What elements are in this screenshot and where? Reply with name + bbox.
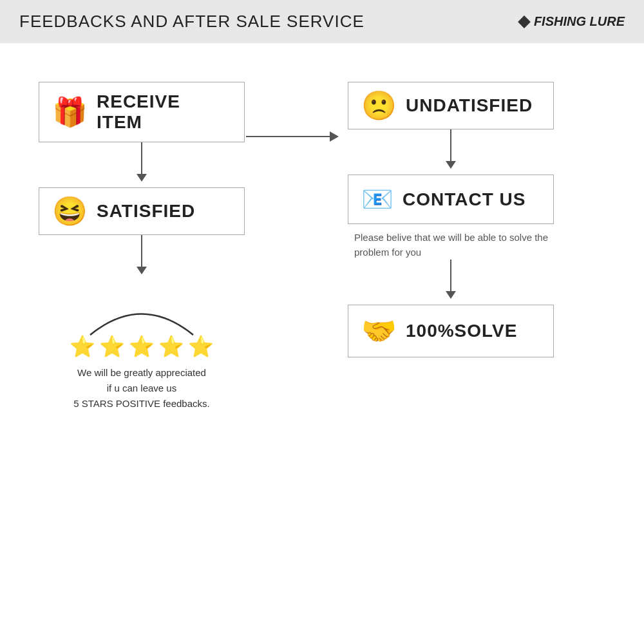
feedback-line3: 5 STARS POSITIVE feedbacks. (73, 398, 209, 409)
header-title: FEEDBACKS AND AFTER SALE SERVICE (19, 12, 365, 32)
laugh-emoji: 😆 (52, 197, 88, 225)
stars-arc-container (77, 287, 206, 338)
envelope-emoji: 📧 (361, 184, 393, 214)
feedback-line2: if u can leave us (107, 383, 176, 393)
undatisfied-box: 🙁 UNDATISFIED (348, 82, 554, 129)
horizontal-arrow (246, 131, 339, 142)
contact-note: Please belive that we will be able to so… (348, 231, 554, 260)
solve-label: 100%SOLVE (406, 321, 517, 341)
brand-area: FISHING LURE (520, 14, 625, 29)
contact-us-label: CONTACT US (402, 189, 526, 210)
contact-us-box: 📧 CONTACT US (348, 175, 554, 224)
feedback-line1: We will be greatly appreciated (77, 367, 206, 378)
gift-emoji: 🎁 (52, 98, 88, 126)
arrow-down-3 (446, 129, 456, 175)
header: FEEDBACKS AND AFTER SALE SERVICE FISHING… (0, 0, 644, 43)
left-column: 🎁 RECEIVE ITEM 😆 SATISFIED ⭐ (39, 82, 245, 412)
feedback-text: We will be greatly appreciated if u can … (73, 365, 209, 412)
diamond-icon (518, 15, 531, 28)
arrow-down-2 (137, 235, 147, 280)
right-column: 🙁 UNDATISFIED 📧 CONTACT US Please belive… (348, 82, 554, 412)
arrow-down-4 (446, 260, 456, 305)
stars-section: ⭐ ⭐ ⭐ ⭐ ⭐ We will be greatly appreciated… (70, 287, 214, 412)
brand-name: FISHING LURE (534, 14, 625, 29)
undatisfied-label: UNDATISFIED (406, 95, 533, 116)
frown-emoji: 🙁 (361, 91, 397, 120)
handshake-emoji: 🤝 (361, 314, 397, 348)
receive-item-label: RECEIVE ITEM (97, 91, 231, 133)
solve-box: 🤝 100%SOLVE (348, 305, 554, 357)
receive-item-box: 🎁 RECEIVE ITEM (39, 82, 245, 142)
main-content: 🎁 RECEIVE ITEM 😆 SATISFIED ⭐ (0, 43, 644, 437)
satisfied-box: 😆 SATISFIED (39, 187, 245, 235)
arrow-down-1 (137, 142, 147, 187)
satisfied-label: SATISFIED (97, 201, 195, 222)
